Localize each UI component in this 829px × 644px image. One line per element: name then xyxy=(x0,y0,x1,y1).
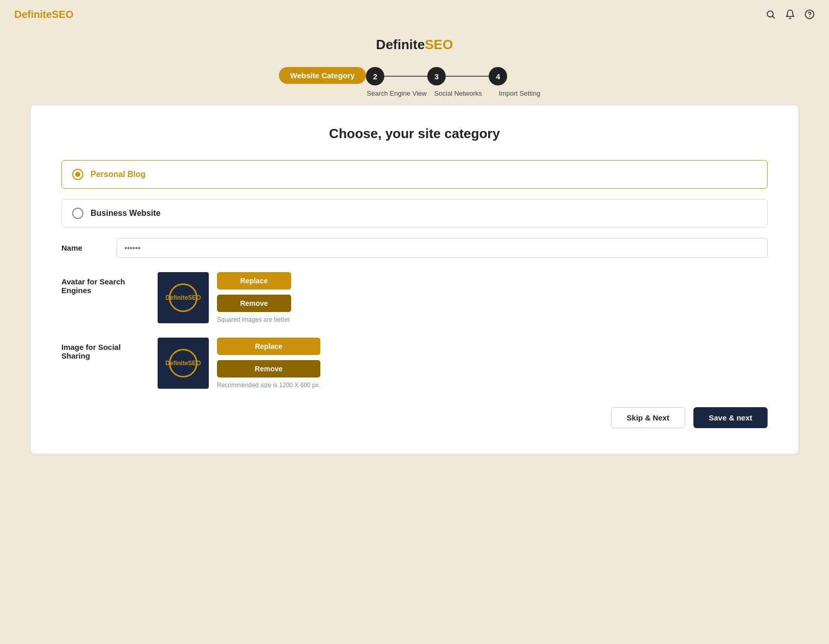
nav-brand-definite: Definite xyxy=(14,9,52,20)
main-card: Choose, your site category Personal Blog… xyxy=(31,105,798,454)
avatar-section: Avatar for Search Engines DefiniteSEO Re… xyxy=(61,272,768,323)
bell-icon[interactable] xyxy=(785,9,795,19)
nav-brand-seo: SEO xyxy=(52,9,73,20)
option-business-website[interactable]: Business Website xyxy=(61,199,768,228)
header-logo: DefiniteSEO xyxy=(0,29,829,55)
footer-buttons: Skip & Next Save & next xyxy=(61,407,768,428)
avatar-ring xyxy=(169,283,198,312)
option-business-website-label: Business Website xyxy=(91,209,161,218)
avatar-buttons: Replace Remove xyxy=(217,272,291,312)
option-personal-blog-label: Personal Blog xyxy=(91,170,146,179)
avatar-remove-button[interactable]: Remove xyxy=(217,295,291,312)
search-icon[interactable] xyxy=(766,9,776,19)
header-brand-definite: Definite xyxy=(376,37,425,52)
card-title: Choose, your site category xyxy=(61,126,768,142)
step-3-node[interactable]: 3 xyxy=(427,67,446,85)
social-ring xyxy=(169,349,198,377)
svg-line-1 xyxy=(773,16,775,18)
name-input[interactable] xyxy=(117,238,768,258)
step-2-label: Search Engine View xyxy=(367,90,427,97)
help-icon[interactable] xyxy=(804,9,815,19)
step-1-node[interactable]: Website Category xyxy=(279,67,366,84)
social-hint: Recommended size is 1200 X 600 px. xyxy=(217,382,320,389)
header-brand-seo: SEO xyxy=(425,37,453,52)
avatar-hint: Squared images are better. xyxy=(217,316,291,323)
step-3-label: Social Networks xyxy=(434,90,482,97)
avatar-label: Avatar for Search Engines xyxy=(61,272,143,295)
step-2: 2 Search Engine View xyxy=(366,67,427,97)
social-actions: Replace Remove Recommended size is 1200 … xyxy=(217,338,320,389)
social-buttons: Replace Remove xyxy=(217,338,320,377)
step-4-label: Import Setting xyxy=(499,90,540,97)
step-4: 4 Import Setting xyxy=(489,67,550,97)
social-remove-button[interactable]: Remove xyxy=(217,360,320,377)
step-4-node[interactable]: 4 xyxy=(489,67,507,85)
step-1: Website Category xyxy=(279,67,366,84)
social-section: Image for Social Sharing DefiniteSEO Rep… xyxy=(61,338,768,389)
step-3: 3 Social Networks xyxy=(427,67,489,97)
radio-personal-blog-inner xyxy=(75,172,80,177)
name-row: Name xyxy=(61,238,768,258)
topnav: DefiniteSEO xyxy=(0,0,829,29)
skip-next-button[interactable]: Skip & Next xyxy=(611,407,685,428)
social-replace-button[interactable]: Replace xyxy=(217,338,320,355)
step-2-node[interactable]: 2 xyxy=(366,67,384,85)
avatar-preview: DefiniteSEO xyxy=(158,272,209,323)
name-label: Name xyxy=(61,243,102,252)
social-label: Image for Social Sharing xyxy=(61,338,143,360)
option-personal-blog[interactable]: Personal Blog xyxy=(61,160,768,189)
nav-icons xyxy=(766,9,815,19)
save-next-button[interactable]: Save & next xyxy=(693,407,768,428)
radio-personal-blog-circle xyxy=(72,169,83,180)
social-preview: DefiniteSEO xyxy=(158,338,209,389)
nav-logo: DefiniteSEO xyxy=(14,9,74,20)
avatar-replace-button[interactable]: Replace xyxy=(217,272,291,290)
avatar-actions: Replace Remove Squared images are better… xyxy=(217,272,291,323)
radio-business-website-circle xyxy=(72,208,83,219)
stepper: Website Category 2 Search Engine View 3 … xyxy=(0,55,829,105)
